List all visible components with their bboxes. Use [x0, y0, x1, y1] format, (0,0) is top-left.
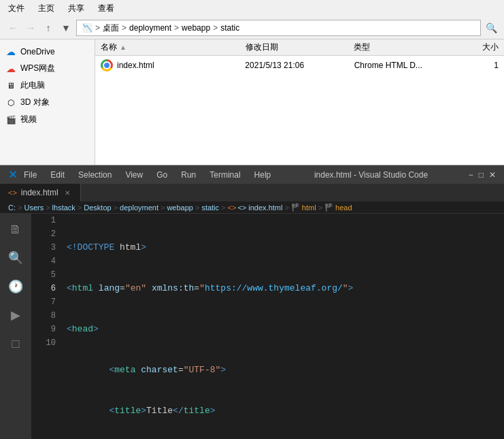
video-icon: 🎬	[5, 114, 16, 125]
col-type-header: 类型	[354, 42, 463, 53]
bc-html[interactable]: 🏴 html	[291, 203, 316, 212]
menu-file[interactable]: 文件	[5, 1, 27, 16]
addr-webapp[interactable]: webapp	[182, 23, 210, 33]
line-num-8: 8	[37, 309, 56, 323]
sidebar-wps[interactable]: ☁ WPS网盘	[0, 60, 95, 77]
sidebar-3d[interactable]: ⬡ 3D 对象	[0, 94, 95, 111]
vscode-tab-indexhtml[interactable]: <> index.html ✕	[0, 184, 81, 201]
addr-sep0: >	[95, 23, 100, 33]
activity-git[interactable]: 🕐	[4, 275, 27, 298]
sidebar-3d-label: 3D 对象	[20, 97, 89, 108]
vscode-editor-area: 1 2 3 4 5 6 7 8 9 10 <!DOCTYPE html>	[31, 214, 504, 439]
up-button[interactable]: ↑	[41, 20, 56, 35]
vscode-menu-run[interactable]: Run	[178, 169, 199, 181]
vscode-title-left: ⨯ File Edit Selection View Go Run Termin…	[8, 168, 273, 181]
back-button[interactable]: ←	[5, 20, 20, 35]
col-name-header: 名称	[101, 42, 117, 53]
addr-pc: 📉	[82, 23, 93, 33]
code-editor[interactable]: 1 2 3 4 5 6 7 8 9 10 <!DOCTYPE html>	[31, 214, 504, 439]
sidebar-wps-label: WPS网盘	[20, 63, 89, 74]
recent-button[interactable]: ▼	[58, 20, 73, 35]
col-size-header: 大小	[463, 42, 499, 53]
code-line-2: <html lang="en" xmlns:th="https://www.th…	[67, 282, 499, 295]
file-type: Chrome HTML D...	[354, 61, 460, 70]
activity-explorer[interactable]: 🗎	[4, 218, 27, 241]
activity-extensions[interactable]: □	[4, 332, 27, 355]
sort-icon: ▲	[120, 44, 127, 51]
maximize-button[interactable]: □	[479, 170, 484, 180]
file-row-indexhtml[interactable]: index.html 2021/5/13 21:06 Chrome HTML D…	[95, 56, 504, 76]
bc-head[interactable]: 🏴 head	[324, 203, 352, 212]
bc-deployment[interactable]: deployment	[120, 204, 158, 212]
minimize-button[interactable]: −	[469, 170, 473, 180]
vscode-activity-bar: 🗎 🔍 🕐 ▶ □	[0, 214, 31, 439]
activity-search[interactable]: 🔍	[4, 246, 27, 270]
vscode-title-bar: ⨯ File Edit Selection View Go Run Termin…	[0, 165, 504, 184]
vscode-editor: ⨯ File Edit Selection View Go Run Termin…	[0, 165, 504, 439]
menu-share[interactable]: 共享	[65, 1, 87, 16]
file-header: 名称 ▲ 修改日期 类型 大小	[95, 39, 504, 56]
line-num-9: 9	[37, 323, 56, 336]
close-button[interactable]: ✕	[489, 170, 496, 180]
vscode-tab-bar: <> index.html ✕	[0, 184, 504, 201]
file-size: 1	[463, 61, 499, 70]
bc-users[interactable]: Users	[24, 204, 44, 212]
code-content[interactable]: <!DOCTYPE html> <html lang="en" xmlns:th…	[61, 214, 504, 439]
bc-html-icon: 🏴	[291, 203, 301, 212]
address-bar[interactable]: 📉 > 桌面 > deployment > webapp > static	[76, 20, 481, 36]
line-num-2: 2	[37, 227, 56, 241]
forward-button[interactable]: →	[23, 20, 38, 35]
onedrive-icon: ☁	[5, 46, 16, 57]
bc-file-icon: <>	[228, 204, 237, 212]
line-num-4: 4	[37, 255, 56, 268]
bc-static[interactable]: static	[201, 204, 219, 212]
addr-desktop[interactable]: 桌面	[103, 22, 119, 34]
vscode-window-controls: − □ ✕	[469, 170, 496, 180]
bc-lhstack[interactable]: lhstack	[52, 204, 75, 212]
line-num-1: 1	[37, 214, 56, 227]
vscode-content: 🗎 🔍 🕐 ▶ □ 1 2 3 4 5 6 7 8 9 10	[0, 214, 504, 439]
line-num-10: 10	[37, 336, 56, 350]
sidebar-video[interactable]: 🎬 视频	[0, 111, 95, 128]
explorer-menu-bar: 文件 主页 共享 查看	[0, 0, 504, 17]
vscode-menu-terminal[interactable]: Terminal	[207, 169, 243, 181]
pc-icon: 🖥	[5, 80, 16, 91]
sidebar-video-label: 视频	[20, 114, 89, 125]
explorer-nav-bar: ← → ↑ ▼ 📉 > 桌面 > deployment > webapp > s…	[0, 17, 504, 39]
sidebar-onedrive-label: OneDrive	[20, 47, 89, 56]
vscode-menu-help[interactable]: Help	[252, 169, 274, 181]
menu-view[interactable]: 查看	[95, 1, 117, 16]
sidebar-pc[interactable]: 🖥 此电脑	[0, 77, 95, 94]
sidebar-onedrive[interactable]: ☁ OneDrive	[0, 44, 95, 60]
addr-sep1: >	[122, 23, 127, 33]
3d-icon: ⬡	[5, 97, 16, 108]
addr-sep2: >	[174, 23, 179, 33]
code-line-1: <!DOCTYPE html>	[67, 241, 499, 255]
vscode-menu-go[interactable]: Go	[154, 169, 170, 181]
line-num-3: 3	[37, 241, 56, 255]
file-list: 名称 ▲ 修改日期 类型 大小 index.html 2021/5/13 21:…	[95, 39, 504, 165]
wps-icon: ☁	[5, 63, 16, 74]
vscode-logo: ⨯	[8, 168, 17, 181]
vscode-menu-edit[interactable]: Edit	[48, 169, 67, 181]
menu-home[interactable]: 主页	[35, 1, 57, 16]
file-name: index.html	[117, 61, 154, 70]
line-num-7: 7	[37, 295, 56, 309]
explorer-main: ☁ OneDrive ☁ WPS网盘 🖥 此电脑 ⬡ 3D 对象 🎬 视频	[0, 39, 504, 165]
bc-c[interactable]: C:	[8, 204, 16, 212]
bc-desktop[interactable]: Desktop	[84, 204, 111, 212]
tab-close-button[interactable]: ✕	[63, 188, 72, 197]
vscode-menu-selection[interactable]: Selection	[75, 169, 114, 181]
addr-deployment[interactable]: deployment	[129, 23, 171, 33]
activity-debug[interactable]: ▶	[4, 304, 27, 327]
code-line-4: <meta charset="UTF-8">	[67, 363, 499, 377]
vscode-breadcrumb: C: > Users > lhstack > Desktop > deploym…	[0, 201, 504, 214]
search-button[interactable]: 🔍	[484, 20, 499, 35]
col-date-header: 修改日期	[246, 42, 354, 53]
vscode-menu-view[interactable]: View	[122, 169, 146, 181]
explorer-sidebar: ☁ OneDrive ☁ WPS网盘 🖥 此电脑 ⬡ 3D 对象 🎬 视频	[0, 39, 95, 165]
bc-indexhtml[interactable]: <> <> index.html	[228, 204, 283, 212]
bc-webapp[interactable]: webapp	[167, 204, 193, 212]
vscode-menu-file[interactable]: File	[21, 169, 39, 181]
addr-static[interactable]: static	[220, 23, 239, 33]
